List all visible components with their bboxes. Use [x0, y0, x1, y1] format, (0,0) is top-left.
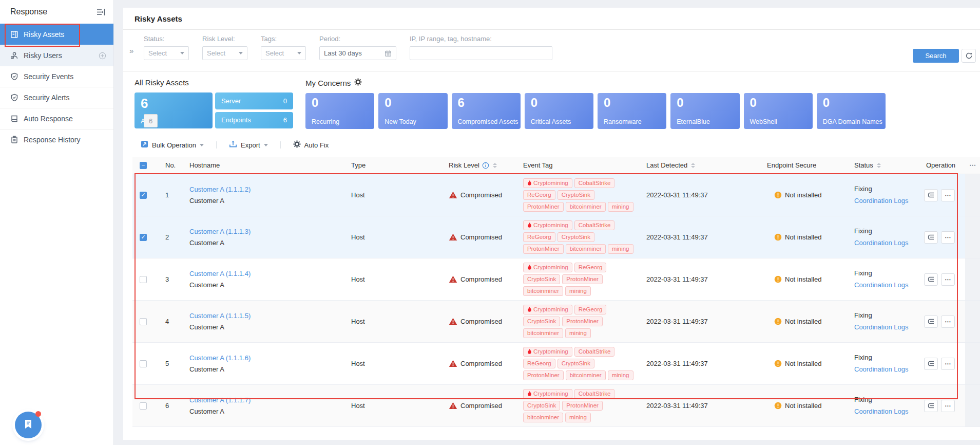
card-recurring[interactable]: 0 Recurring: [305, 93, 374, 129]
floating-action-button[interactable]: [15, 412, 42, 438]
sidebar-item-risky-assets[interactable]: Risky Assets: [0, 24, 113, 45]
more-actions-button[interactable]: ⋯: [941, 400, 955, 412]
event-tag[interactable]: Cryptomining: [523, 389, 572, 399]
quarantine-button[interactable]: [924, 400, 938, 412]
row-checkbox[interactable]: ✓: [140, 192, 147, 199]
event-tag[interactable]: mining: [608, 370, 633, 380]
sort-icon[interactable]: [691, 163, 695, 168]
event-tag[interactable]: CryptoSink: [558, 232, 594, 242]
hostname-link[interactable]: Customer A (1.1.1.5): [189, 310, 340, 321]
hostname-link[interactable]: Customer A (1.1.1.3): [189, 226, 340, 237]
row-checkbox[interactable]: [140, 402, 147, 410]
event-tag[interactable]: mining: [565, 413, 591, 422]
event-tag[interactable]: CobaltStrike: [574, 178, 615, 188]
add-icon[interactable]: [99, 52, 106, 60]
card-ransomware[interactable]: 0 Ransomware: [598, 93, 666, 129]
event-tag[interactable]: CobaltStrike: [574, 220, 615, 230]
event-tag[interactable]: CryptoSink: [523, 317, 560, 326]
event-tag[interactable]: ProtonMiner: [562, 401, 603, 411]
quarantine-button[interactable]: [924, 189, 938, 201]
event-tag[interactable]: Cryptomining: [523, 263, 572, 272]
event-tag[interactable]: bitcoinminer: [523, 328, 563, 338]
event-tag[interactable]: ProtonMiner: [523, 202, 564, 212]
card-endpoints[interactable]: Endpoints 6: [215, 112, 293, 129]
more-actions-button[interactable]: ⋯: [941, 189, 955, 201]
more-actions-button[interactable]: ⋯: [941, 358, 955, 370]
event-tag[interactable]: bitcoinminer: [566, 370, 606, 380]
event-tag[interactable]: Cryptomining: [523, 305, 572, 314]
event-tag[interactable]: mining: [608, 244, 633, 254]
event-tag[interactable]: CryptoSink: [558, 190, 594, 200]
row-checkbox[interactable]: [140, 360, 147, 367]
coordination-logs-link[interactable]: Coordination Logs: [854, 364, 915, 375]
event-tag[interactable]: mining: [565, 328, 591, 338]
card-critical-assets[interactable]: 0 Critical Assets: [525, 93, 593, 129]
bulk-operation-button[interactable]: Bulk Operation: [141, 140, 204, 150]
event-tag[interactable]: CryptoSink: [523, 401, 560, 411]
event-tag[interactable]: ProtonMiner: [562, 274, 603, 284]
sidebar-item-auto-response[interactable]: Auto Response: [0, 108, 113, 129]
event-tag[interactable]: ReGeorg: [574, 263, 607, 272]
coordination-logs-link[interactable]: Coordination Logs: [854, 195, 915, 207]
event-tag[interactable]: ProtonMiner: [562, 317, 603, 326]
tags-select[interactable]: Select: [261, 46, 306, 60]
event-tag[interactable]: CobaltStrike: [574, 347, 615, 357]
coordination-logs-link[interactable]: Coordination Logs: [854, 237, 915, 249]
hostname-link[interactable]: Customer A (1.1.1.4): [189, 268, 340, 279]
card-eternalblue[interactable]: 0 EternalBlue: [670, 93, 739, 129]
sidebar-item-risky-users[interactable]: Risky Users: [0, 45, 113, 66]
event-tag[interactable]: ReGeorg: [523, 359, 555, 368]
sidebar-item-security-events[interactable]: Security Events: [0, 66, 113, 87]
coordination-logs-link[interactable]: Coordination Logs: [854, 406, 915, 417]
event-tag[interactable]: ProtonMiner: [523, 244, 564, 254]
event-tag[interactable]: bitcoinminer: [566, 202, 606, 212]
event-tag[interactable]: mining: [565, 286, 591, 296]
risk-level-select[interactable]: Select: [202, 46, 247, 60]
event-tag[interactable]: ReGeorg: [523, 190, 555, 200]
event-tag[interactable]: bitcoinminer: [523, 286, 563, 296]
card-dga-domain-names[interactable]: 0 DGA Domain Names: [817, 93, 886, 129]
card-compromised-assets[interactable]: 6 Compromised Assets: [452, 93, 521, 129]
row-checkbox[interactable]: ✓: [140, 234, 147, 241]
quarantine-button[interactable]: [924, 316, 938, 328]
auto-fix-button[interactable]: Auto Fix: [293, 140, 329, 150]
more-actions-button[interactable]: ⋯: [941, 273, 955, 286]
column-settings-button[interactable]: ⋯: [965, 157, 980, 174]
status-select[interactable]: Select: [144, 46, 189, 60]
card-webshell[interactable]: 0 WebShell: [744, 93, 813, 129]
card-new-today[interactable]: 0 New Today: [378, 93, 447, 129]
coordination-logs-link[interactable]: Coordination Logs: [854, 322, 915, 333]
concerns-settings-gear-icon[interactable]: [354, 78, 362, 87]
sidebar-item-response-history[interactable]: Response History: [0, 129, 113, 150]
ip-search-input[interactable]: [414, 49, 548, 57]
event-tag[interactable]: bitcoinminer: [566, 244, 606, 254]
refresh-button[interactable]: [962, 49, 976, 63]
card-server[interactable]: Server 0: [215, 92, 293, 109]
sidebar-item-security-alerts[interactable]: Security Alerts: [0, 87, 113, 108]
quarantine-button[interactable]: [924, 358, 938, 370]
expand-filter-icon[interactable]: »: [129, 46, 133, 55]
more-actions-button[interactable]: ⋯: [941, 316, 955, 328]
hostname-link[interactable]: Customer A (1.1.1.2): [189, 184, 340, 195]
hostname-link[interactable]: Customer A (1.1.1.7): [189, 395, 340, 405]
event-tag[interactable]: mining: [608, 202, 633, 212]
quarantine-button[interactable]: [924, 273, 938, 286]
period-select[interactable]: Last 30 days: [319, 46, 396, 60]
event-tag[interactable]: CobaltStrike: [574, 389, 615, 399]
event-tag[interactable]: ReGeorg: [523, 232, 555, 242]
select-all-checkbox[interactable]: −: [140, 162, 147, 169]
event-tag[interactable]: CryptoSink: [558, 359, 594, 368]
sort-icon[interactable]: [493, 163, 497, 168]
coordination-logs-link[interactable]: Coordination Logs: [854, 280, 915, 291]
hostname-link[interactable]: Customer A (1.1.1.6): [189, 353, 340, 363]
event-tag[interactable]: CryptoSink: [523, 274, 560, 284]
collapse-sidebar-icon[interactable]: [97, 8, 105, 16]
sort-icon[interactable]: [877, 163, 881, 168]
event-tag[interactable]: ReGeorg: [574, 305, 607, 314]
event-tag[interactable]: Cryptomining: [523, 220, 572, 230]
search-button[interactable]: Search: [913, 49, 959, 63]
row-checkbox[interactable]: [140, 276, 147, 283]
event-tag[interactable]: ProtonMiner: [523, 370, 564, 380]
info-icon[interactable]: [482, 162, 489, 169]
more-actions-button[interactable]: ⋯: [941, 231, 955, 244]
